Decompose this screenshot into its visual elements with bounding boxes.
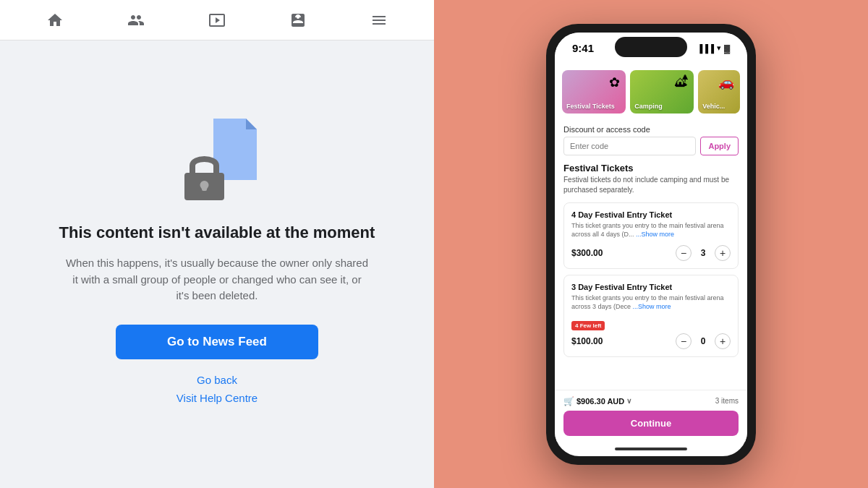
- battery-icon: ▓: [724, 44, 730, 53]
- nav-friends-icon[interactable]: [122, 6, 150, 35]
- phone-screen: 9:41 ▐▐▐ ▾ ▓ ✿ Festival Tickets 🏕 Cam: [555, 33, 747, 456]
- continue-button[interactable]: Continue: [563, 411, 739, 436]
- nav-menu-icon[interactable]: [365, 6, 393, 35]
- discount-row: Apply: [563, 137, 739, 155]
- tab-vehicle[interactable]: 🚗 Vehic...: [698, 70, 740, 114]
- ticket-4day-quantity: − 3 +: [676, 245, 731, 261]
- error-illustration: [174, 119, 260, 205]
- category-tabs: ✿ Festival Tickets 🏕 Camping 🚗 Vehic...: [555, 64, 747, 119]
- discount-section: Discount or access code Apply: [555, 119, 747, 158]
- increase-4day-btn[interactable]: +: [715, 245, 731, 261]
- cart-icon: 🛒: [563, 396, 574, 406]
- tab-camping[interactable]: 🏕 Camping: [630, 70, 694, 114]
- cart-chevron: ∨: [626, 397, 631, 405]
- show-more-3day[interactable]: ...Show more: [633, 303, 671, 310]
- phone-notch: [615, 37, 687, 57]
- fb-error-content: This content isn't available at the mome…: [0, 40, 434, 488]
- ticket-3day-price-row: $100.00 − 0 +: [571, 333, 731, 349]
- wifi-icon: ▾: [717, 43, 721, 53]
- ticket-4day-price: $300.00: [571, 248, 603, 258]
- nav-home-icon[interactable]: [41, 6, 69, 35]
- decrease-4day-btn[interactable]: −: [676, 245, 692, 261]
- cart-total[interactable]: 🛒 $906.30 AUD ∨: [563, 396, 631, 406]
- vehicle-icon: 🚗: [718, 74, 734, 90]
- tab-camping-label: Camping: [634, 103, 663, 111]
- ticket-4day-price-row: $300.00 − 3 +: [571, 245, 731, 261]
- ticket-4day-name: 4 Day Festival Entry Ticket: [571, 210, 731, 219]
- go-back-link[interactable]: Go back: [197, 374, 237, 386]
- facebook-nav: [0, 0, 434, 40]
- ticket-item-4day: 4 Day Festival Entry Ticket This ticket …: [563, 202, 739, 269]
- news-feed-button[interactable]: Go to News Feed: [116, 325, 318, 359]
- svg-rect-2: [202, 185, 207, 191]
- discount-input[interactable]: [563, 137, 696, 155]
- home-indicator: [555, 442, 747, 456]
- cart-row: 🛒 $906.30 AUD ∨ 3 items: [563, 396, 739, 406]
- status-icons: ▐▐▐ ▾ ▓: [697, 43, 730, 53]
- camping-icon: 🏕: [675, 74, 688, 90]
- discount-label: Discount or access code: [563, 125, 739, 134]
- nav-watch-icon[interactable]: [203, 6, 231, 35]
- tab-festival-tickets[interactable]: ✿ Festival Tickets: [562, 70, 626, 114]
- show-more-4day[interactable]: ...Show more: [636, 231, 674, 238]
- tickets-scroll[interactable]: Festival Tickets Festival tickets do not…: [555, 158, 747, 390]
- section-title: Festival Tickets: [563, 163, 739, 174]
- qty-3day-value: 0: [697, 336, 709, 346]
- error-description: When this happens, it's usually because …: [65, 255, 369, 304]
- cart-amount: $906.30 AUD: [576, 397, 624, 406]
- lock-icon: [181, 151, 228, 202]
- items-count: 3 items: [715, 397, 739, 405]
- section-description: Festival tickets do not include camping …: [563, 175, 739, 195]
- home-bar: [615, 448, 687, 450]
- signal-icon: ▐▐▐: [697, 44, 714, 53]
- help-centre-link[interactable]: Visit Help Centre: [176, 392, 258, 404]
- facebook-error-panel: This content isn't available at the mome…: [0, 0, 434, 488]
- phone-frame: 9:41 ▐▐▐ ▾ ▓ ✿ Festival Tickets 🏕 Cam: [546, 24, 756, 465]
- ticket-4day-desc: This ticket grants you entry to the main…: [571, 221, 731, 239]
- nav-marketplace-icon[interactable]: [284, 6, 312, 35]
- bottom-bar: 🛒 $906.30 AUD ∨ 3 items Continue: [555, 390, 747, 442]
- festival-icon: ✿: [609, 74, 620, 90]
- phone-time: 9:41: [572, 42, 594, 54]
- ticket-3day-desc: This ticket grants you entry to the main…: [571, 294, 731, 312]
- apply-button[interactable]: Apply: [700, 137, 739, 155]
- tab-festival-label: Festival Tickets: [566, 103, 615, 111]
- right-panel: 9:41 ▐▐▐ ▾ ▓ ✿ Festival Tickets 🏕 Cam: [434, 0, 868, 488]
- error-title: This content isn't available at the mome…: [59, 223, 375, 244]
- decrease-3day-btn[interactable]: −: [676, 333, 692, 349]
- qty-4day-value: 3: [697, 248, 709, 258]
- ticket-3day-quantity: − 0 +: [676, 333, 731, 349]
- increase-3day-btn[interactable]: +: [715, 333, 731, 349]
- tab-vehicle-label: Vehic...: [702, 103, 725, 111]
- ticket-app: ✿ Festival Tickets 🏕 Camping 🚗 Vehic... …: [555, 64, 747, 456]
- ticket-item-3day: 3 Day Festival Entry Ticket This ticket …: [563, 275, 739, 357]
- ticket-3day-price: $100.00: [571, 336, 603, 346]
- few-left-badge: 4 Few left: [571, 321, 605, 330]
- ticket-3day-name: 3 Day Festival Entry Ticket: [571, 283, 731, 291]
